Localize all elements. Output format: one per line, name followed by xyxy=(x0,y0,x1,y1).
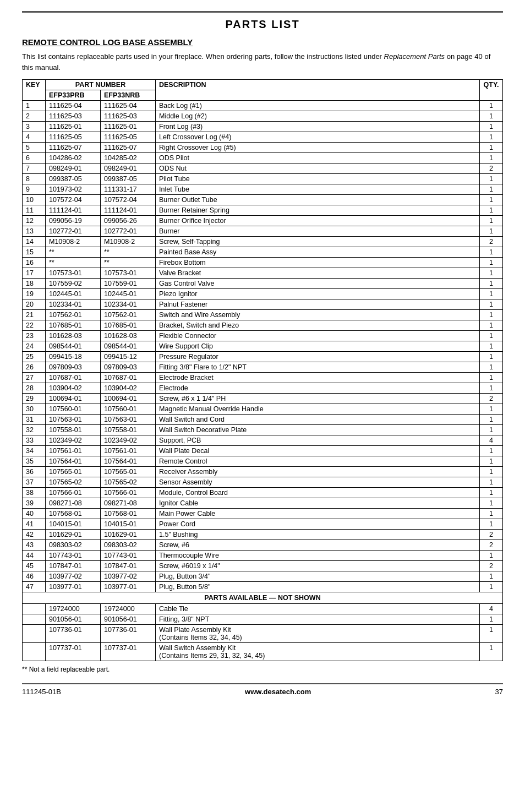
cell-efp33prb: 102445-01 xyxy=(46,289,101,299)
table-row: 5 111625-07 111625-07 Right Crossover Lo… xyxy=(23,143,503,153)
cell-description: Left Crossover Log (#4) xyxy=(156,132,480,143)
cell-efp33nrb: 098249-01 xyxy=(101,164,156,174)
cell-description: Pilot Tube xyxy=(156,174,480,184)
cell-key: 28 xyxy=(23,383,46,394)
cell-efp33prb: 101629-01 xyxy=(46,530,101,540)
cell-qty: 1 xyxy=(480,456,503,467)
cell-key: 6 xyxy=(23,153,46,164)
cell-efp33nrb: 100694-01 xyxy=(101,394,156,404)
cell-efp33nrb: 111124-01 xyxy=(101,205,156,216)
cell-description: Sensor Assembly xyxy=(156,477,480,488)
table-row: 38 107566-01 107566-01 Module, Control B… xyxy=(23,488,503,498)
cell-efp33nrb: 107743-01 xyxy=(101,551,156,561)
cell-key: 46 xyxy=(23,571,46,582)
cell-efp33prb: 104015-01 xyxy=(46,519,101,530)
cell-description: Painted Base Assy xyxy=(156,247,480,258)
cell-efp33nrb: 107564-01 xyxy=(101,456,156,467)
cell-qty: 1 xyxy=(480,509,503,519)
cell-qty: 1 xyxy=(480,582,503,592)
cell-qty: 1 xyxy=(480,310,503,320)
table-row: 23 101628-03 101628-03 Flexible Connecto… xyxy=(23,331,503,341)
table-row: 9 101973-02 111331-17 Inlet Tube 1 xyxy=(23,184,503,195)
cell-efp33prb: 111625-01 xyxy=(46,122,101,132)
parts-available-row: 901056-01 901056-01 Fitting, 3/8" NPT 1 xyxy=(23,614,503,625)
cell-description: Support, PCB xyxy=(156,435,480,446)
cell-efp33prb: 098544-01 xyxy=(46,341,101,352)
cell-efp33nrb: 107573-01 xyxy=(101,268,156,279)
cell-description: Wall Plate Decal xyxy=(156,446,480,456)
table-row: 44 107743-01 107743-01 Thermocouple Wire… xyxy=(23,551,503,561)
cell-efp33nrb: 107558-01 xyxy=(101,425,156,435)
cell-qty: 1 xyxy=(480,299,503,310)
table-row: 33 102349-02 102349-02 Support, PCB 4 xyxy=(23,435,503,446)
cell-description: Plug, Button 3/4" xyxy=(156,571,480,582)
cell-efp33nrb: 107565-01 xyxy=(101,467,156,477)
cell-key: 15 xyxy=(23,247,46,258)
cell-key: 29 xyxy=(23,394,46,404)
cell-key: 39 xyxy=(23,498,46,509)
cell-description: Thermocouple Wire xyxy=(156,551,480,561)
cell-efp33prb: 107566-01 xyxy=(46,488,101,498)
cell-efp33prb: 104286-02 xyxy=(46,153,101,164)
table-row: 1 111625-04 111625-04 Back Log (#1) 1 xyxy=(23,101,503,111)
cell-efp33prb: 102349-02 xyxy=(46,435,101,446)
table-row: 39 098271-08 098271-08 Ignitor Cable 1 xyxy=(23,498,503,509)
header-efp33nrb: EFP33NRB xyxy=(101,90,156,101)
cell-key: 40 xyxy=(23,509,46,519)
table-row: 6 104286-02 104285-02 ODS Pilot 1 xyxy=(23,153,503,164)
parts-available-label: PARTS AVAILABLE — NOT SHOWN xyxy=(23,592,503,604)
intro-text-before: This list contains replaceable parts use… xyxy=(22,52,384,61)
cell-efp33prb: 099415-18 xyxy=(46,352,101,362)
cell-qty: 1 xyxy=(480,415,503,425)
cell-key: 44 xyxy=(23,551,46,561)
cell-key: 17 xyxy=(23,268,46,279)
cell-key: 3 xyxy=(23,122,46,132)
cell-key: 21 xyxy=(23,310,46,320)
table-row: 27 107687-01 107687-01 Electrode Bracket… xyxy=(23,373,503,383)
table-row: 11 111124-01 111124-01 Burner Retainer S… xyxy=(23,205,503,216)
cell-description: Magnetic Manual Override Handle xyxy=(156,404,480,415)
cell-description: Electrode xyxy=(156,383,480,394)
cell-efp33prb: 107687-01 xyxy=(46,373,101,383)
bottom-bar: 111245-01B www.desatech.com 37 xyxy=(22,683,503,696)
cell-description: Main Power Cable xyxy=(156,509,480,519)
cell-qty: 1 xyxy=(480,153,503,164)
cell-description: Ignitor Cable xyxy=(156,498,480,509)
cell-efp33nrb: 107572-04 xyxy=(101,195,156,205)
table-row: 32 107558-01 107558-01 Wall Switch Decor… xyxy=(23,425,503,435)
cell-description: Screw, Self-Tapping xyxy=(156,237,480,247)
cell-qty: 1 xyxy=(480,111,503,122)
table-row: 43 098303-02 098303-02 Screw, #6 2 xyxy=(23,540,503,551)
cell-qty: 1 xyxy=(480,352,503,362)
cell-key: 2 xyxy=(23,111,46,122)
cell-key: 25 xyxy=(23,352,46,362)
cell-description: ODS Pilot xyxy=(156,153,480,164)
header-efp33prb: EFP33PRB xyxy=(46,90,101,101)
cell-description: Gas Control Valve xyxy=(156,279,480,289)
cell-key: 32 xyxy=(23,425,46,435)
cell-qty: 1 xyxy=(480,320,503,331)
cell-qty: 1 xyxy=(480,195,503,205)
parts-available-row: 107737-01 107737-01 Wall Switch Assembly… xyxy=(23,643,503,661)
cell-efp33prb: 107561-01 xyxy=(46,446,101,456)
table-row: 28 103904-02 103904-02 Electrode 1 xyxy=(23,383,503,394)
cell-efp33prb: 111625-05 xyxy=(46,132,101,143)
cell-description: Bracket, Switch and Piezo xyxy=(156,320,480,331)
table-row: 36 107565-01 107565-01 Receiver Assembly… xyxy=(23,467,503,477)
table-row: 46 103977-02 103977-02 Plug, Button 3/4"… xyxy=(23,571,503,582)
cell-key: 43 xyxy=(23,540,46,551)
cell-description: Flexible Connector xyxy=(156,331,480,341)
header-qty: QTY. xyxy=(480,80,503,101)
table-row: 29 100694-01 100694-01 Screw, #6 x 1 1/4… xyxy=(23,394,503,404)
cell-description: 1.5" Bushing xyxy=(156,530,480,540)
cell-key: 13 xyxy=(23,226,46,237)
cell-key: 19 xyxy=(23,289,46,299)
cell-description: Wall Switch and Cord xyxy=(156,415,480,425)
table-row: 45 107847-01 107847-01 Screw, #6019 x 1/… xyxy=(23,561,503,571)
cell-efp33prb: 111625-04 xyxy=(46,101,101,111)
intro-text: This list contains replaceable parts use… xyxy=(22,51,503,73)
cell-qty: 1 xyxy=(480,373,503,383)
table-row: 17 107573-01 107573-01 Valve Bracket 1 xyxy=(23,268,503,279)
table-row: 15 ** ** Painted Base Assy 1 xyxy=(23,247,503,258)
cell-key: 38 xyxy=(23,488,46,498)
